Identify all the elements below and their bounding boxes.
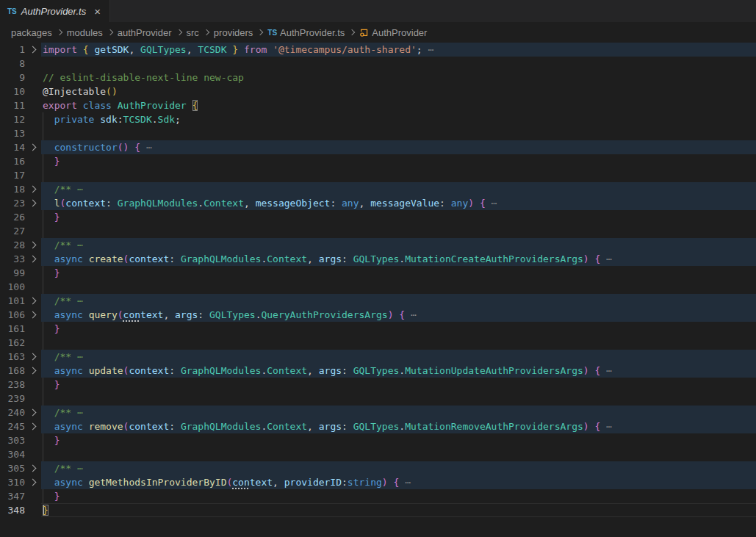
- fold-chevron-icon[interactable]: [25, 364, 41, 378]
- code-line-text[interactable]: }: [41, 433, 756, 447]
- line-number: 162: [0, 336, 25, 350]
- token: [77, 44, 83, 55]
- code-line-text[interactable]: /** …: [41, 182, 756, 196]
- token: create: [89, 253, 123, 264]
- fold-chevron-icon[interactable]: [25, 475, 41, 489]
- breadcrumb-item-src[interactable]: src: [187, 27, 199, 38]
- code-line-text[interactable]: async getMethodsInProviderByID(context, …: [41, 475, 756, 489]
- fold-ellipsis[interactable]: …: [405, 473, 411, 487]
- fold-chevron-icon[interactable]: [25, 182, 41, 196]
- fold-ellipsis[interactable]: …: [606, 417, 613, 431]
- fold-ellipsis[interactable]: …: [146, 138, 153, 152]
- breadcrumb-item-providers[interactable]: providers: [214, 27, 253, 38]
- breadcrumb-item-file[interactable]: TSAuthProvider.ts: [267, 27, 345, 38]
- code-line-text[interactable]: async remove(context: GraphQLModules.Con…: [41, 419, 756, 433]
- code-line-text[interactable]: async create(context: GraphQLModules.Con…: [41, 252, 756, 266]
- code-line-text[interactable]: }: [41, 154, 756, 168]
- token: ,: [307, 421, 319, 432]
- token: async: [54, 477, 83, 488]
- fold-chevron-icon[interactable]: [25, 461, 41, 475]
- fold-chevron-icon[interactable]: [25, 294, 41, 308]
- line-number: 348: [0, 503, 25, 517]
- fold-chevron-icon[interactable]: [25, 238, 41, 252]
- code-line-text[interactable]: /** …: [41, 350, 756, 364]
- code-line-text[interactable]: [41, 224, 756, 238]
- token: args: [175, 309, 198, 320]
- code-line-text[interactable]: [41, 392, 756, 406]
- code-line-text[interactable]: async query(context, args: GQLTypes.Quer…: [41, 308, 756, 322]
- fold-ellipsis[interactable]: …: [492, 194, 498, 208]
- gutter-space: [25, 98, 41, 112]
- code-line-text[interactable]: [41, 280, 756, 294]
- fold-ellipsis[interactable]: …: [77, 180, 84, 194]
- breadcrumb-item-modules[interactable]: modules: [67, 27, 103, 38]
- fold-ellipsis[interactable]: …: [77, 347, 84, 361]
- code-line-text[interactable]: }: [41, 266, 756, 280]
- code-line-text[interactable]: [41, 168, 756, 182]
- close-icon[interactable]: ×: [93, 5, 102, 18]
- code-line-text[interactable]: private sdk:TCSDK.Sdk;: [41, 112, 756, 126]
- code-line-text[interactable]: [41, 336, 756, 350]
- token: :: [118, 114, 123, 125]
- code-line-text[interactable]: l(context: GraphQLModules.Context, messa…: [41, 196, 756, 210]
- token: query: [89, 309, 118, 320]
- fold-ellipsis[interactable]: …: [77, 236, 84, 250]
- fold-ellipsis[interactable]: …: [606, 361, 613, 375]
- tab-authprovider[interactable]: TS AuthProvider.ts ×: [0, 0, 110, 22]
- code-line-text[interactable]: /** …: [41, 461, 756, 475]
- tab-title: AuthProvider.ts: [21, 6, 86, 17]
- gutter-space: [25, 210, 41, 224]
- code-line-text[interactable]: /** …: [41, 238, 756, 252]
- chevron-right-icon: [107, 29, 113, 35]
- breadcrumb-item-packages[interactable]: packages: [11, 27, 52, 38]
- code-line-text[interactable]: }: [41, 322, 756, 336]
- code-line-text[interactable]: }: [41, 210, 756, 224]
- breadcrumb-item-authProvider[interactable]: authProvider: [118, 27, 172, 38]
- fold-chevron-icon[interactable]: [25, 252, 41, 266]
- chevron-right-icon: [29, 200, 36, 207]
- breadcrumb-item-symbol[interactable]: AuthProvider: [359, 27, 427, 38]
- chevron-right-icon: [29, 367, 36, 375]
- fold-chevron-icon[interactable]: [25, 140, 41, 154]
- fold-chevron-icon[interactable]: [25, 196, 41, 210]
- code-line-text[interactable]: }: [41, 378, 756, 392]
- fold-ellipsis[interactable]: …: [77, 292, 84, 306]
- fold-chevron-icon[interactable]: [25, 350, 41, 364]
- code-line-text[interactable]: import { getSDK, GQLTypes, TCSDK } from …: [41, 43, 756, 57]
- code-line-text[interactable]: // eslint-disable-next-line new-cap: [41, 71, 756, 84]
- token: ): [382, 477, 388, 488]
- fold-chevron-icon[interactable]: [25, 406, 41, 419]
- token: /**: [54, 239, 71, 251]
- token: [474, 198, 480, 209]
- chevron-right-icon: [29, 256, 36, 263]
- fold-chevron-icon[interactable]: [25, 419, 41, 433]
- code-line-text[interactable]: @Injectable(): [41, 84, 756, 98]
- code-line-text[interactable]: /** …: [41, 294, 756, 308]
- token: :: [198, 309, 209, 320]
- code-line-text[interactable]: [41, 447, 756, 461]
- fold-ellipsis[interactable]: …: [428, 40, 434, 54]
- gutter-space: [25, 224, 41, 238]
- code-line-text[interactable]: /** …: [41, 406, 756, 419]
- fold-chevron-icon[interactable]: [25, 43, 41, 57]
- token: ;: [417, 44, 428, 55]
- code-line-text[interactable]: constructor() { …: [41, 140, 756, 154]
- code-line: 106 async query(context, args: GQLTypes.…: [0, 308, 756, 322]
- token: QueryAuthProvidersArgs: [261, 309, 387, 320]
- token: }: [54, 435, 60, 446]
- fold-ellipsis[interactable]: …: [77, 403, 84, 417]
- token: {: [134, 142, 140, 153]
- fold-chevron-icon[interactable]: [25, 308, 41, 322]
- line-number: 28: [0, 238, 25, 252]
- code-line: 303 }: [0, 433, 756, 447]
- fold-ellipsis[interactable]: …: [77, 459, 84, 473]
- line-number: 238: [0, 378, 25, 392]
- token: .: [399, 253, 405, 264]
- fold-ellipsis[interactable]: …: [606, 250, 613, 264]
- code-line-text[interactable]: }: [41, 503, 756, 517]
- fold-ellipsis[interactable]: …: [411, 306, 417, 320]
- code-line-text[interactable]: [41, 57, 756, 71]
- code-line-text[interactable]: }: [41, 489, 756, 503]
- code-line-text[interactable]: async update(context: GraphQLModules.Con…: [41, 364, 756, 378]
- code-line-text[interactable]: export class AuthProvider {: [41, 98, 756, 112]
